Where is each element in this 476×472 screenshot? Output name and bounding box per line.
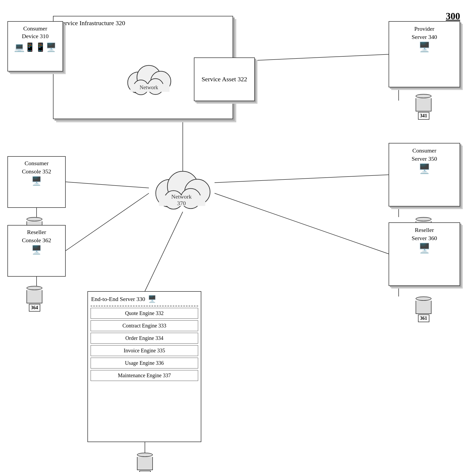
- consumer-console-box: Consumer Console 352 🖥️: [7, 156, 66, 208]
- svg-text:Network: Network: [171, 193, 192, 200]
- consumer-console-label: Consumer Console 352: [22, 159, 51, 176]
- inner-network-cloud: Network: [120, 59, 178, 96]
- engine-box-usage: Usage Engine 336: [91, 358, 198, 368]
- reseller-server-box: Reseller Server 360 🖥️: [389, 222, 460, 286]
- diagram-container: 300 Service Infrastructure 320 Network S…: [0, 0, 476, 472]
- provider-server-icon: 🖥️: [419, 41, 430, 52]
- reseller-console-icon: 🖥️: [31, 245, 42, 255]
- e2e-server-box: End-to-End Server 330 🖥️ Quote Engine 33…: [87, 291, 201, 442]
- consumer-server-box: Consumer Server 350 🖥️: [389, 143, 460, 206]
- engine-box-quote: Quote Engine 332: [91, 308, 198, 319]
- reseller-console-label: Reseller Console 362: [22, 228, 51, 245]
- provider-server-label: Provider Server 340: [412, 25, 437, 41]
- network-370-cloud: Network 370: [148, 164, 215, 212]
- svg-line-8: [145, 212, 183, 291]
- svg-text:370: 370: [177, 200, 186, 206]
- reseller-server-label: Reseller Server 360: [412, 226, 437, 242]
- consumer-server-icon: 🖥️: [419, 163, 430, 174]
- db-338: 338: [137, 453, 153, 472]
- reseller-server-icon: 🖥️: [419, 242, 430, 254]
- service-infrastructure-box: Service Infrastructure 320 Network Servi…: [53, 16, 233, 119]
- svg-line-7: [215, 193, 389, 254]
- diagram-number: 300: [446, 11, 460, 22]
- e2e-server-label: End-to-End Server 330 🖥️: [88, 292, 201, 305]
- consumer-console-icon: 🖥️: [31, 176, 42, 186]
- service-infrastructure-label: Service Infrastructure 320: [59, 20, 125, 27]
- consumer-device-icon: 💻📱📱🖥️: [14, 42, 56, 52]
- svg-line-5: [66, 193, 149, 251]
- consumer-server-label: Consumer Server 350: [412, 147, 437, 163]
- db-341: 341: [416, 94, 431, 120]
- service-asset-box: Service Asset 322: [194, 57, 255, 101]
- engine-box-order: Order Engine 334: [91, 333, 198, 344]
- e2e-server-icon: 🖥️: [148, 295, 156, 303]
- consumer-device-box: Consumer Device 310 💻📱📱🖥️: [7, 21, 63, 71]
- engine-box-contract: Contract Engine 333: [91, 320, 198, 331]
- svg-line-6: [215, 175, 389, 183]
- reseller-console-box: Reseller Console 362 🖥️: [7, 225, 66, 277]
- db-364: 364: [26, 286, 42, 312]
- engine-box-invoice: Invoice Engine 335: [91, 345, 198, 356]
- svg-line-4: [66, 182, 149, 188]
- provider-server-box: Provider Server 340 🖥️: [389, 21, 460, 87]
- engine-box-maintenance: Maintenance Engine 337: [91, 370, 198, 381]
- consumer-device-label: Consumer Device 310: [22, 25, 49, 40]
- db-361: 361: [416, 296, 431, 322]
- svg-text:Network: Network: [140, 84, 158, 90]
- e2e-dashed-divider: [91, 306, 198, 306]
